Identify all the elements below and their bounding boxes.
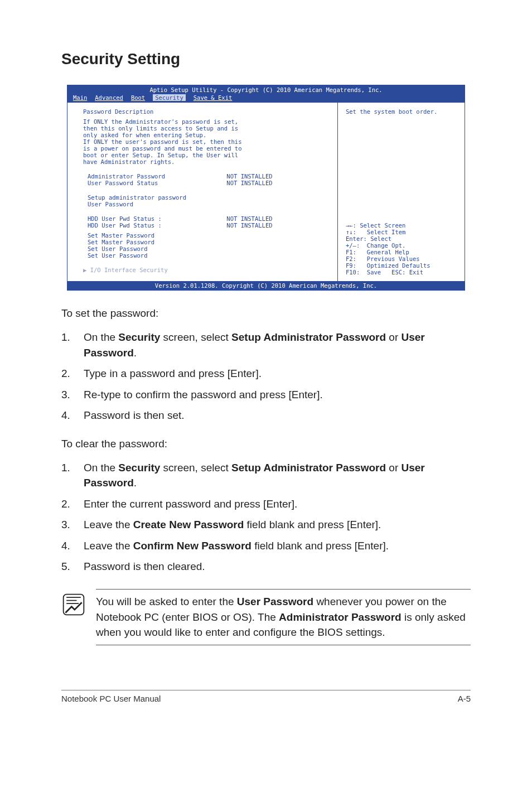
tab-boot[interactable]: Boot [131,94,145,101]
navhelp-line: F2: Previous Values [346,255,457,262]
bios-right-pane: Set the system boot order. →←: Select Sc… [337,103,465,281]
set-master-password-item[interactable]: Set Master Password [83,232,327,239]
step-number: 1. [61,460,84,491]
text-strong: Security [118,462,160,474]
user-password-status-label: User Password Status [88,180,226,186]
list-item: 1. On the Security screen, select Setup … [61,460,471,491]
step-number: 1. [61,330,84,360]
list-item: 3. Re-type to confirm the password and p… [61,387,471,403]
list-item: 2. Type in a password and press [Enter]. [61,366,471,381]
pw-desc-line: have Administrator rights. [83,158,327,165]
text: Leave the [84,519,133,530]
bios-nav-help: →←: Select Screen ↑↓: Select Item Enter:… [346,222,457,276]
section-heading: Security Setting [61,50,510,68]
pw-desc-line: If ONLY the user's password is set, then… [83,138,327,145]
text-strong: Setup Administrator Password [231,462,386,474]
set-user-password-item[interactable]: Set User Password [83,245,327,252]
page-footer: Notebook PC User Manual A-5 [61,690,471,703]
pw-desc-line: then this only limits access to Setup an… [83,125,327,132]
hdd-user-pwd-status-label: HDD User Pwd Status : [88,215,226,222]
hdd-user-pwd-status-value: NOT INSTALLED [226,215,327,222]
pw-desc-line: is a power on password and must be enter… [83,145,327,152]
step-text: Type in a password and press [Enter]. [84,366,471,381]
footer-right: A-5 [458,694,471,703]
text: field blank and press [Enter]. [252,540,389,552]
list-item: 4. Leave the Confirm New Password field … [61,538,471,554]
bios-left-pane: Password Description If ONLY the Adminis… [67,103,337,281]
navhelp-line: ↑↓: Select Item [346,229,457,235]
text-strong: Security [118,331,160,343]
list-item: 1. On the Security screen, select Setup … [61,330,471,360]
tab-main[interactable]: Main [73,94,87,101]
text: You will be asked to enter the [96,596,237,607]
pw-desc-line: only asked for when entering Setup. [83,132,327,138]
set-password-steps: 1. On the Security screen, select Setup … [61,330,471,423]
user-password-item[interactable]: User Password [83,201,327,207]
step-number: 2. [61,366,84,381]
navhelp-line: F9: Optimized Defaults [346,262,457,269]
hdd-user-pwd-status-value: NOT INSTALLED [226,222,327,229]
pw-desc-line: boot or enter Setup. In Setup, the User … [83,152,327,158]
clear-password-intro: To clear the password: [61,438,471,450]
text: Leave the [84,540,133,552]
set-user-password-item[interactable]: Set User Password [83,252,327,259]
step-text: Re-type to confirm the password and pres… [84,387,471,403]
text: . [134,477,137,489]
tab-security[interactable]: Security [153,94,186,101]
bios-titlebar: Aptio Setup Utility - Copyright (C) 2010… [67,85,465,94]
text: field blank and press [Enter]. [244,519,381,530]
step-number: 4. [61,408,84,423]
step-number: 4. [61,538,84,554]
note-icon [61,592,86,617]
step-text: Enter the current password and press [En… [84,496,471,512]
navhelp-line: F1: General Help [346,249,457,255]
footer-left: Notebook PC User Manual [61,694,161,703]
step-number: 5. [61,559,84,574]
note-text: You will be asked to enter the User Pass… [96,589,471,645]
navhelp-line: →←: Select Screen [346,222,457,229]
text: On the [84,462,118,474]
tab-save-exit[interactable]: Save & Exit [194,94,233,101]
step-number: 3. [61,387,84,403]
navhelp-line: +/—: Change Opt. [346,242,457,249]
list-item: 3. Leave the Create New Password field b… [61,517,471,533]
text: . [134,347,137,359]
text: screen, select [160,462,231,474]
text: On the [84,331,118,343]
text: screen, select [160,331,231,343]
text-strong: Create New Password [133,519,244,530]
password-description-title: Password Description [83,108,327,115]
list-item: 4. Password is then set. [61,408,471,423]
io-interface-security-item[interactable]: ▶ I/O Interface Security [83,267,327,273]
navhelp-line: F10: Save ESC: Exit [346,269,457,276]
text-strong: Confirm New Password [133,540,252,552]
text: or [386,462,401,474]
setup-admin-password-item[interactable]: Setup administrator password [83,194,327,201]
text: or [386,331,401,343]
list-item: 2. Enter the current password and press … [61,496,471,512]
bios-footer: Version 2.01.1208. Copyright (C) 2010 Am… [67,281,465,290]
set-password-intro: To set the password: [61,307,471,320]
step-text: Password is then cleared. [84,559,471,574]
step-number: 3. [61,517,84,533]
step-text: Password is then set. [84,408,471,423]
text-strong: User Password [237,596,313,607]
step-number: 2. [61,496,84,512]
io-interface-security-label: I/O Interface Security [90,267,168,273]
hdd-user-pwd-status-label: HDD User Pwd Status : [88,222,226,229]
bios-help-text: Set the system boot order. [346,108,457,115]
clear-password-steps: 1. On the Security screen, select Setup … [61,460,471,574]
set-master-password-item[interactable]: Set Master Password [83,239,327,245]
list-item: 5. Password is then cleared. [61,559,471,574]
note-box: You will be asked to enter the User Pass… [61,589,471,645]
pw-desc-line: If ONLY the Administrator's password is … [83,118,327,125]
tab-advanced[interactable]: Advanced [95,94,123,101]
navhelp-line: Enter: Select [346,235,457,242]
bios-tab-row: MainAdvancedBootSecuritySave & Exit [67,94,465,102]
admin-password-label[interactable]: Administrator Password [88,173,226,180]
admin-password-value: NOT INSTALLED [226,173,327,180]
user-password-status-value: NOT INSTALLED [226,180,327,186]
bios-screenshot: Aptio Setup Utility - Copyright (C) 2010… [67,85,465,291]
text-strong: Setup Administrator Password [231,331,386,343]
text-strong: Administrator Password [279,611,402,623]
